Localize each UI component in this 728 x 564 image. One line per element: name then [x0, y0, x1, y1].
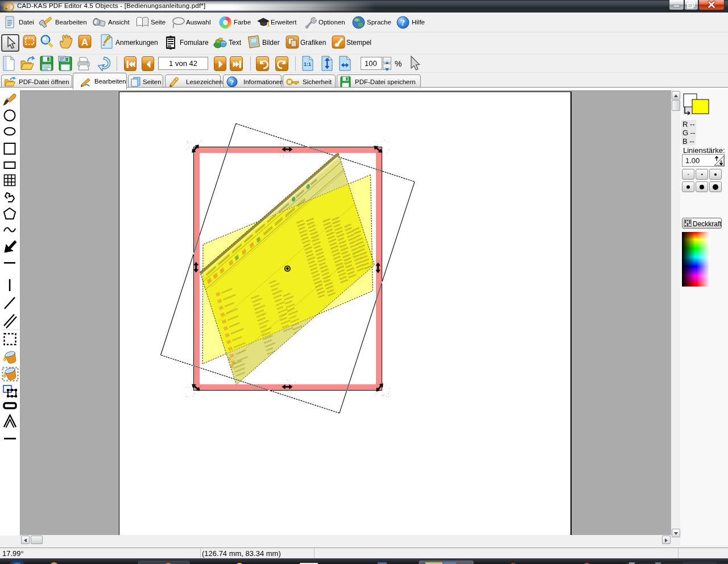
svg-text:A: A — [81, 37, 88, 48]
svg-text:?: ? — [230, 78, 234, 86]
svg-text:?: ? — [401, 18, 406, 27]
svg-text:1:1: 1:1 — [304, 61, 311, 67]
